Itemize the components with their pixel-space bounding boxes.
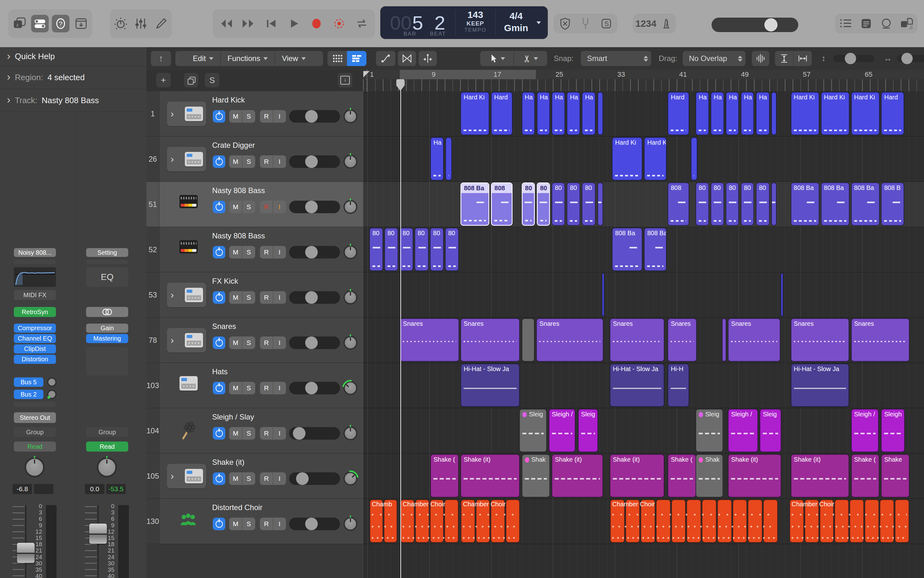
solo-mode-icon[interactable]: S [597,15,615,32]
go-to-beginning-icon[interactable] [262,15,280,32]
track-volume-thumb[interactable] [305,110,318,123]
input-monitor-button[interactable]: I [273,518,286,530]
record-enable-button[interactable]: R [260,427,273,440]
pan-knob[interactable] [24,457,45,477]
vertical-zoom-slider[interactable] [833,55,874,62]
region[interactable]: 80 [430,228,444,271]
mute-button[interactable]: M [229,472,242,485]
record-enable-button[interactable]: R [260,110,273,123]
track-lane-103[interactable]: Hi-Hat - Slow JaHi-Hat - Slow JaHi-HHi-H… [363,363,924,408]
rewind-icon[interactable] [217,15,235,32]
lcd-tempo-value[interactable]: 143 [455,10,496,20]
region[interactable]: Ha [741,92,754,135]
track-volume-slider[interactable] [289,155,340,168]
automation-mode-button[interactable]: Read [86,442,128,451]
solo-button[interactable]: S [242,472,255,485]
volume-value[interactable]: -6.8 [13,484,32,494]
tuner-icon[interactable] [112,15,129,32]
region[interactable]: Ha [522,92,535,135]
horizontal-auto-zoom-button[interactable] [793,51,812,66]
region[interactable]: Chamber Choir [610,499,778,543]
track-on-off-button[interactable] [213,246,225,258]
track-on-off-button[interactable] [213,201,225,213]
lcd-tempo-mode[interactable]: KEEP [455,20,496,27]
record-enable-button[interactable]: R [260,201,273,213]
cycle-icon[interactable] [353,15,371,32]
region[interactable]: Snares [791,318,849,362]
region[interactable]: Shake (it) [552,454,603,497]
secondary-tool-menu[interactable]: ✂ [513,51,547,66]
track-name[interactable]: Distorted Choir [212,503,262,512]
track-lane-26[interactable]: HaHard KiHard Ki [363,136,924,182]
fader-thumb[interactable] [17,543,35,563]
track-lane-51[interactable]: 808 Ba80880808080808088080808080808 Ba80… [363,182,924,227]
catch-playhead-corner[interactable] [363,71,370,77]
region[interactable]: Hi-Hat - Slow Ja [610,364,664,407]
audio-fx-slot[interactable]: Compressor [14,323,56,333]
audio-fx-slot[interactable]: Channel EQ [14,334,56,343]
mute-button[interactable]: M [229,336,242,349]
track-disclosure-tile[interactable]: › [167,147,206,171]
waveform-zoom-button[interactable] [752,51,769,66]
horizontal-zoom-slider[interactable] [897,55,924,62]
add-track-button[interactable]: + [156,73,171,88]
input-monitor-button[interactable]: I [273,246,286,258]
region[interactable] [781,273,783,317]
metronome-icon[interactable] [659,17,673,31]
region[interactable]: Sleigh / [549,409,576,452]
vertical-zoom-thumb[interactable] [845,53,856,64]
grid-view-button[interactable] [327,51,347,66]
track-volume-thumb[interactable] [293,427,306,440]
forward-icon[interactable] [240,15,257,32]
track-name[interactable]: Snares [212,322,236,331]
region[interactable]: 808 Ba [460,182,489,226]
note-pads-icon[interactable] [858,15,875,32]
track-pan-knob[interactable] [343,472,358,485]
region[interactable] [597,92,603,135]
region[interactable]: Ha [710,92,724,135]
region[interactable]: Ha [756,92,770,135]
region[interactable]: Ha [726,92,739,135]
track-volume-slider[interactable] [289,110,340,123]
region[interactable]: Shake ( [430,454,458,497]
region[interactable]: Shake (it) [791,454,849,497]
channel-fader[interactable]: 03691215182124303540455060 [13,505,69,578]
track-name[interactable]: Crate Digger [212,141,255,150]
region[interactable]: Snares [536,318,603,362]
region[interactable] [771,92,777,135]
region[interactable]: Shake (it) [728,454,781,497]
track-header-78[interactable]: 78›SnaresMSRI [146,318,363,363]
record-enable-button[interactable]: R [260,291,273,304]
track-header-26[interactable]: 26›Crate DiggerMSRI [146,136,363,182]
region[interactable]: Shake (it) [610,454,664,497]
region[interactable] [602,273,604,317]
snap-select[interactable]: Smart [581,51,651,66]
lcd-display[interactable]: 00 5 2 BAR BEAT 143 KEEP TEMPO 4/4 Gmin [380,6,548,39]
region[interactable]: Ha [537,92,550,135]
input-monitor-button[interactable]: I [273,427,286,440]
media-browser-icon[interactable]: ♪ [11,15,28,32]
region[interactable] [597,182,603,226]
track-name[interactable]: Nasty 808 Bass [212,186,265,195]
track-header-104[interactable]: 104Sleigh / SlayMSRI [146,408,363,453]
solo-button[interactable]: S [242,336,255,349]
track-on-off-button[interactable] [213,110,225,123]
region[interactable]: Hi-Hat - Slow Ja [791,364,849,407]
lcd-key-signature[interactable]: Gmin [496,23,537,33]
bar-ruler[interactable]: 191725334149576573 [363,70,924,91]
region[interactable]: 808 Ba [644,228,667,271]
track-header-51[interactable]: 51Nasty 808 BassMSRI [146,182,363,227]
region[interactable] [771,182,777,226]
track-lane-130[interactable]: ChambChamber ChoirChamber ChoirChamber C… [363,499,924,544]
region[interactable]: Hard Ki [644,137,667,180]
mute-button[interactable]: M [229,110,242,123]
region[interactable]: Snares [668,318,697,362]
region[interactable]: 80 [710,182,724,226]
track-pan-knob[interactable] [343,381,358,395]
region[interactable]: Hard Ki [460,92,489,135]
quick-help-header[interactable]: › Quick Help [0,47,146,66]
view-menu[interactable]: View [275,51,313,66]
send-bus-button[interactable]: Bus 5 [14,377,44,387]
region[interactable]: Hard [881,92,904,135]
region[interactable]: 808 B [881,182,904,226]
